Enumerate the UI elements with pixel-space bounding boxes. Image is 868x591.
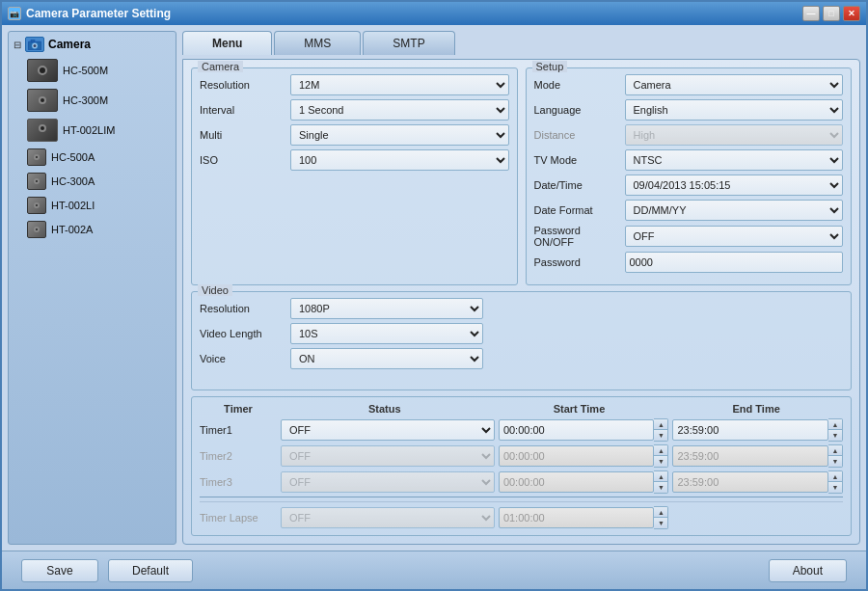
- tab-bar: Menu MMS SMTP: [182, 31, 860, 55]
- timer1-start-down[interactable]: ▼: [654, 430, 667, 441]
- camera-resolution-select[interactable]: 12M8M5M3M: [290, 74, 509, 95]
- setup-datetime-select[interactable]: 09/04/2013 15:05:15: [625, 175, 844, 196]
- setup-dateformat-select[interactable]: DD/MM/YYMM/DD/YY: [625, 200, 844, 221]
- minimize-button[interactable]: —: [802, 6, 820, 21]
- sidebar: ⊟ Camera HC-500M: [8, 31, 176, 545]
- timer-header-row: Timer Status Start Time End Time: [200, 403, 843, 415]
- timer1-status-select[interactable]: OFFON: [281, 419, 495, 441]
- timer3-end-wrap: ▲ ▼: [672, 470, 843, 494]
- timer2-end-spin: ▲ ▼: [828, 444, 843, 468]
- timer1-start-up[interactable]: ▲: [654, 419, 667, 430]
- timer2-start-spin: ▲ ▼: [654, 444, 668, 468]
- timer3-start-down[interactable]: ▼: [654, 482, 667, 493]
- timer3-start-spin: ▲ ▼: [654, 470, 668, 494]
- bottom-bar: Save Default About: [2, 551, 866, 589]
- timer-col-timer-header: Timer: [200, 403, 277, 415]
- video-section: Video Resolution 1080P720PWVGA Video Len…: [191, 291, 852, 390]
- timer-lapse-row: Timer Lapse OFFON ▲ ▼: [200, 501, 843, 529]
- camera-multi-select[interactable]: Single2 Shot3 Shot: [290, 124, 509, 146]
- video-length-row: Video Length 10S30S1Min: [200, 323, 843, 344]
- video-voice-label: Voice: [200, 353, 286, 364]
- setup-language-select[interactable]: EnglishFrenchGerman: [625, 99, 844, 121]
- timer1-start-input[interactable]: [499, 419, 655, 441]
- default-button[interactable]: Default: [108, 559, 193, 582]
- device-thumb-hc300m: [27, 89, 58, 112]
- timer1-end-input[interactable]: [672, 419, 828, 441]
- timer3-end-down[interactable]: ▼: [828, 482, 842, 493]
- tab-smtp[interactable]: SMTP: [363, 31, 454, 55]
- setup-distance-row: Distance HighMediumLow: [534, 124, 844, 146]
- timer-lapse-time-input[interactable]: [499, 507, 655, 528]
- tab-mms[interactable]: MMS: [274, 31, 361, 55]
- window-title: Camera Parameter Setting: [26, 7, 171, 20]
- about-button[interactable]: About: [769, 559, 847, 582]
- device-thumb-hc500a: [27, 148, 46, 166]
- setup-distance-select[interactable]: HighMediumLow: [625, 124, 844, 146]
- timer3-end-up[interactable]: ▲: [828, 471, 842, 482]
- video-voice-select[interactable]: ONOFF: [290, 348, 483, 369]
- close-button[interactable]: ✕: [843, 6, 860, 21]
- timer-section: Timer Status Start Time End Time Timer1 …: [191, 396, 852, 536]
- sidebar-item-hc300m[interactable]: HC-300M: [23, 86, 171, 115]
- timer-col-end-header: End Time: [669, 403, 843, 415]
- camera-iso-select[interactable]: 100200400: [290, 149, 509, 171]
- timer3-start-wrap: ▲ ▼: [499, 470, 669, 494]
- expand-icon[interactable]: ⊟: [14, 40, 21, 50]
- video-length-label: Video Length: [200, 328, 286, 339]
- device-label-hc300m: HC-300M: [63, 94, 108, 106]
- timer1-label: Timer1: [200, 424, 277, 436]
- timer2-end-down[interactable]: ▼: [828, 456, 842, 467]
- setup-datetime-row: Date/Time 09/04/2013 15:05:15: [534, 175, 844, 196]
- sidebar-item-ht002a[interactable]: HT-002A: [23, 218, 171, 241]
- sidebar-item-hc500a[interactable]: HC-500A: [23, 146, 171, 169]
- timer3-end-spin: ▲ ▼: [828, 470, 843, 494]
- timer2-start-up[interactable]: ▲: [654, 445, 667, 456]
- sidebar-item-hc300a[interactable]: HC-300A: [23, 170, 171, 193]
- sidebar-root: ⊟ Camera: [14, 37, 171, 52]
- timer3-end-input[interactable]: [672, 471, 828, 493]
- setup-password-input[interactable]: [625, 252, 844, 273]
- tab-menu[interactable]: Menu: [182, 31, 272, 55]
- timer2-start-input[interactable]: [499, 445, 655, 467]
- sidebar-item-hc500m[interactable]: HC-500M: [23, 56, 171, 85]
- setup-password-onoff-select[interactable]: OFFON: [625, 226, 844, 247]
- setup-mode-label: Mode: [534, 79, 621, 91]
- camera-iso-label: ISO: [200, 154, 286, 166]
- timer3-row: Timer3 OFFON ▲ ▼: [200, 470, 843, 494]
- timer3-status-select[interactable]: OFFON: [281, 471, 495, 493]
- timer-lapse-up[interactable]: ▲: [654, 507, 667, 518]
- setup-mode-row: Mode CameraVideoCamera+Video: [534, 74, 844, 95]
- timer1-end-down[interactable]: ▼: [828, 430, 842, 441]
- save-button[interactable]: Save: [21, 559, 98, 582]
- timer3-start-input[interactable]: [499, 471, 655, 493]
- setup-mode-select[interactable]: CameraVideoCamera+Video: [625, 74, 844, 95]
- maximize-button[interactable]: □: [823, 6, 840, 21]
- device-thumb-ht002lim: [27, 119, 58, 142]
- timer-lapse-status-select[interactable]: OFFON: [281, 507, 495, 528]
- setup-datetime-label: Date/Time: [534, 179, 621, 191]
- camera-folder-icon: [25, 37, 44, 52]
- svg-point-2: [34, 44, 37, 47]
- video-length-select[interactable]: 10S30S1Min: [290, 323, 483, 344]
- timer3-start-up[interactable]: ▲: [654, 471, 667, 482]
- timer2-end-up[interactable]: ▲: [828, 445, 842, 456]
- timer2-start-down[interactable]: ▼: [654, 456, 667, 467]
- device-label-hc300a: HC-300A: [51, 175, 95, 187]
- device-label-ht002lim: HT-002LIM: [63, 124, 115, 136]
- timer-col-status-header: Status: [281, 403, 489, 415]
- camera-interval-select[interactable]: 1 Second5 Seconds: [290, 99, 509, 121]
- timer2-end-input[interactable]: [672, 445, 828, 467]
- timer1-end-up[interactable]: ▲: [828, 419, 842, 430]
- device-label-ht002li: HT-002LI: [51, 200, 95, 211]
- device-thumb-hc300a: [27, 173, 46, 190]
- device-label-ht002a: HT-002A: [51, 224, 93, 235]
- sidebar-item-ht002li[interactable]: HT-002LI: [23, 194, 171, 217]
- top-sections: Camera Resolution 12M8M5M3M Interval: [191, 67, 852, 285]
- bottom-left-buttons: Save Default: [21, 559, 193, 582]
- video-resolution-select[interactable]: 1080P720PWVGA: [290, 298, 483, 319]
- timer-lapse-down[interactable]: ▼: [654, 518, 667, 528]
- sidebar-item-ht002lim[interactable]: HT-002LIM: [23, 116, 171, 145]
- setup-tvmode-select[interactable]: NTSCPAL: [625, 149, 844, 171]
- setup-password-row: Password: [534, 252, 844, 273]
- timer2-status-select[interactable]: OFFON: [281, 445, 495, 467]
